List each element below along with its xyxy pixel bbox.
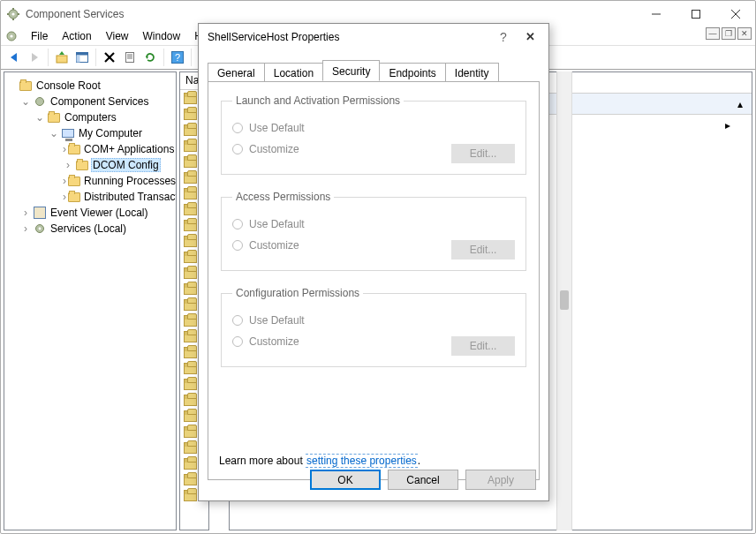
group-config: Configuration Permissions Use Default Cu… [221,287,526,367]
list-scrollbar[interactable] [556,71,572,530]
toolbar-show-hide-tree[interactable] [72,48,92,67]
group-launch-legend: Launch and Activation Permissions [232,94,404,107]
toolbar-help[interactable]: ? [168,48,187,67]
radio-access-customize[interactable] [232,240,243,251]
learn-more-link[interactable]: setting these properties [306,454,418,468]
toolbar-up-button[interactable] [52,48,72,67]
component-icon [184,315,197,327]
component-icon [184,188,197,199]
toolbar-forward[interactable] [25,48,44,67]
cancel-button[interactable]: Cancel [388,470,458,490]
component-icon [184,474,197,485]
radio-access-default[interactable] [232,219,243,229]
mdi-restore[interactable]: ❐ [722,27,736,40]
svg-marker-25 [146,56,148,59]
tab-endpoints[interactable]: Endpoints [379,63,445,82]
console-tree[interactable]: Console Root ⌄Component Services ⌄Comput… [6,78,174,237]
component-icon [184,299,197,311]
tab-location[interactable]: Location [264,63,323,82]
svg-marker-12 [11,53,17,62]
svg-rect-7 [692,11,699,19]
radio-config-default[interactable] [232,315,243,326]
component-icon [184,140,197,152]
group-access: Access Permissions Use Default Customize… [221,191,526,271]
component-icon [184,267,197,279]
tree-console-root[interactable]: Console Root [34,79,102,92]
component-icon [184,379,197,390]
svg-rect-14 [57,56,67,63]
tab-security[interactable]: Security [322,60,380,81]
menu-view[interactable]: View [99,28,136,44]
tree-component-services[interactable]: Component Services [49,95,150,108]
radio-config-customize[interactable] [232,336,243,347]
dialog-close-button[interactable]: ✕ [517,30,543,43]
tree-computers[interactable]: Computers [63,111,118,124]
window-close-button[interactable] [715,2,755,27]
edit-launch-button[interactable]: Edit... [451,144,515,163]
svg-text:?: ? [175,52,180,63]
radio-access-default-label: Use Default [249,218,305,230]
toolbar-back[interactable] [4,48,24,67]
tree-my-computer[interactable]: My Computer [77,127,144,139]
component-icon [184,363,197,374]
component-icon [184,236,197,247]
tree-running-processes[interactable]: Running Processes [82,175,177,187]
dialog-tabstrip: General Location Security Endpoints Iden… [208,61,540,81]
toolbar-properties[interactable] [120,48,140,67]
window-minimize-button[interactable] [636,2,676,27]
menu-action[interactable]: Action [55,28,98,44]
app-icon [6,7,20,21]
component-icon [184,442,197,454]
edit-config-button[interactable]: Edit... [451,336,515,356]
radio-launch-customize-label: Customize [249,143,299,155]
svg-point-1 [11,12,14,15]
svg-marker-15 [59,51,64,55]
tab-identity[interactable]: Identity [445,63,499,82]
mdi-close[interactable]: ✕ [737,27,752,40]
tree-com-apps[interactable]: COM+ Applications [82,143,176,155]
group-config-legend: Configuration Permissions [232,287,363,299]
component-icon [184,109,197,120]
window-maximize-button[interactable] [676,2,715,27]
app-icon-small [4,29,19,43]
tree-distributed-transaction[interactable]: Distributed Transaction Coordinator [82,191,177,203]
radio-launch-customize[interactable] [232,144,243,154]
component-icon [184,347,197,358]
tab-general[interactable]: General [208,63,265,82]
dialog-title: ShellServiceHost Properties [208,31,339,43]
learn-more-suffix: . [418,455,420,467]
chevron-right-icon: ▸ [725,119,730,132]
tree-dcom-config[interactable]: DCOM Config [91,158,161,172]
ok-button[interactable]: OK [310,470,381,490]
toolbar-delete[interactable] [100,48,119,67]
dialog-button-row: OK Cancel Apply [310,470,536,490]
mdi-minimize[interactable]: — [706,27,720,40]
svg-point-37 [36,98,44,106]
component-icon [184,283,197,295]
svg-marker-13 [32,53,38,62]
chevron-up-icon: ▴ [737,98,743,110]
component-icon [184,93,197,104]
menu-file[interactable]: File [24,28,55,44]
svg-point-11 [10,34,12,37]
component-icon [184,220,197,231]
apply-button[interactable]: Apply [465,470,536,490]
edit-access-button[interactable]: Edit... [451,240,515,259]
tree-services[interactable]: Services (Local) [49,222,128,235]
component-icon [184,252,197,263]
component-icon [184,124,197,136]
component-icon [184,395,197,406]
component-icon [184,204,197,215]
component-icon [184,490,197,501]
dialog-help-button[interactable]: ? [490,30,517,44]
component-icon [184,426,197,438]
menu-window[interactable]: Window [136,28,188,44]
properties-dialog: ShellServiceHost Properties ? ✕ General … [198,23,549,501]
learn-more-prefix: Learn more about [219,455,306,467]
radio-launch-default-label: Use Default [249,122,305,134]
learn-more-line: Learn more about setting these propertie… [219,455,420,467]
tree-event-viewer[interactable]: Event Viewer (Local) [49,207,150,219]
radio-launch-default[interactable] [232,123,243,133]
toolbar-refresh[interactable] [140,48,160,67]
svg-rect-17 [77,53,88,56]
